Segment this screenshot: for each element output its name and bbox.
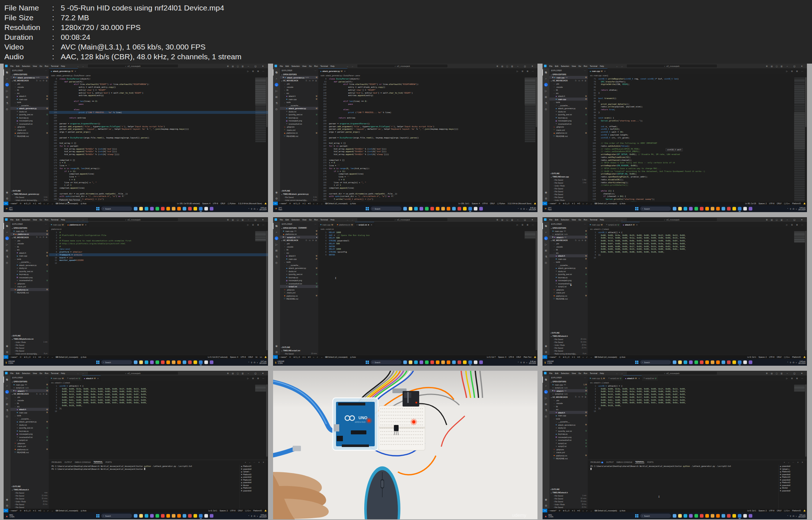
timeline-entry[interactable]: ◦ File Saved <box>549 187 588 190</box>
extensions-icon[interactable]: ⊞ <box>273 248 280 254</box>
status-item[interactable]: ✓ <box>47 356 49 358</box>
status-item[interactable]: ♥ 0 <box>38 510 41 512</box>
tree-item-ducky-txt[interactable]: ≡ducky.txt <box>280 110 318 113</box>
editor-action-icons[interactable]: ▷ ⊟ ⊞ ⋯ <box>516 222 537 227</box>
run-debug-icon[interactable]: ▷ <box>4 395 10 401</box>
menu-item-edit[interactable]: Edit <box>285 219 289 221</box>
tray-chevron-icon[interactable]: ⌃ <box>518 361 519 364</box>
status-item[interactable]: ⌨ Default (uC_mousejack) <box>56 510 78 512</box>
mic-icon[interactable]: ⚲ <box>251 208 252 210</box>
tree-item--gitignore[interactable]: ◇.gitignore <box>280 125 318 129</box>
editor-action-icons[interactable]: ▷ ⊟ ⊞ ⋯ <box>786 375 807 381</box>
tree-item-readme-md[interactable]: ⓘREADME.md <box>549 134 588 138</box>
status-item[interactable]: → <box>590 202 592 205</box>
breadcrumb[interactable]: src › main.cpp › scan() <box>588 74 807 77</box>
notifications-bell-icon[interactable]: 🔔 <box>534 356 536 358</box>
test-icon[interactable]: ⚗ <box>543 100 549 106</box>
tree-item--pio[interactable]: ›.pio <box>280 242 318 245</box>
firefox-icon[interactable] <box>705 361 709 364</box>
settings-gear-icon[interactable]: ⚙ <box>543 195 549 202</box>
tree-item--travis-yml[interactable]: !.travis.yml <box>10 128 49 132</box>
menu-item-run[interactable]: Run <box>584 65 587 67</box>
layout-toggle-icons[interactable]: ⊞ ▤ ▢ ▥ <box>497 218 514 221</box>
run-debug-icon[interactable]: ▷ <box>273 88 280 94</box>
status-item[interactable]: ⑂ master* <box>10 356 18 358</box>
tree-item-reverseshell-txt[interactable]: ≡reverseshell.txtU <box>280 122 318 125</box>
tree-item-reverseshell-txt[interactable]: ≡reverseshell.txtU <box>549 122 588 125</box>
settings-gear-icon[interactable]: ⚙ <box>543 503 549 509</box>
nav-arrows-icon[interactable]: ← → <box>347 219 354 221</box>
timeline-entry[interactable]: ◦ File Saved <box>10 506 49 509</box>
status-item[interactable]: ⌨ Default (uC_mousejack) <box>56 356 78 358</box>
close-tab-icon[interactable]: ✕ <box>85 224 86 226</box>
timeline-entry[interactable]: ◦ Initial commit devteach@g…8 yrs <box>280 199 318 202</box>
terminal-session[interactable]: ▣powershell <box>779 465 807 468</box>
vscode-icon[interactable] <box>199 361 203 364</box>
network-icon[interactable]: ☊ <box>254 515 255 517</box>
mic-icon[interactable]: ⚲ <box>251 515 252 517</box>
mic-icon[interactable]: ⚲ <box>251 361 252 364</box>
menu-item-go[interactable]: Go <box>39 65 42 67</box>
settings-gear-icon[interactable]: ⚙ <box>4 195 10 202</box>
tree-item-attack-generator-py[interactable]: ◆attack_generator.pyM <box>280 267 318 270</box>
tree-item-tools[interactable]: ⌄tools <box>10 414 49 417</box>
tree-item--pycache-[interactable]: ›__pycache__ <box>280 263 318 267</box>
status-item[interactable]: PlatformIO <box>792 510 801 512</box>
tree-item-mousejack-png[interactable]: ▦mousejack.png <box>549 279 588 282</box>
terminal-session[interactable]: ▣powershell <box>240 468 268 470</box>
extensions-icon[interactable]: ⊞ <box>4 248 10 254</box>
tree-item--vscode[interactable]: ›.vscode <box>280 245 318 248</box>
firefox-icon[interactable] <box>166 514 170 518</box>
tab-platformio-ini[interactable]: ◆platformio.iniM✕ <box>65 222 88 227</box>
firefox-icon[interactable] <box>436 207 439 211</box>
menu-item-run[interactable]: Run <box>314 219 318 221</box>
volume-icon[interactable]: ◗ <box>257 361 258 364</box>
editor-scrollbar[interactable] <box>266 231 268 355</box>
widgets-icon[interactable] <box>673 514 676 518</box>
taskbar-clock[interactable]: 8:49 am18/1/2024 <box>259 514 267 518</box>
window-controls[interactable]: – ▢ ✕ <box>248 65 266 67</box>
status-item[interactable]: ♥ 0 <box>38 356 41 358</box>
tree-item-lib[interactable]: ›lib <box>10 245 49 248</box>
window-controls[interactable]: – ▢ ✕ <box>248 372 266 374</box>
tab-platformio-ini[interactable]: ◆platformio.iniM <box>335 222 355 227</box>
nav-arrows-icon[interactable]: ← → <box>77 219 85 221</box>
security-icon[interactable] <box>458 207 461 211</box>
run-debug-icon[interactable]: ▷ <box>4 88 10 94</box>
obs-icon[interactable] <box>474 361 477 364</box>
tree-item-src[interactable]: ⌄src <box>549 408 588 411</box>
tree-item--pio[interactable]: ›.pio <box>549 399 588 402</box>
test-icon[interactable]: ⚗ <box>273 100 280 106</box>
tree-item-mousejack-png[interactable]: ▦mousejack.png <box>280 279 318 282</box>
status-item[interactable]: CRLF <box>238 510 243 512</box>
panel-tab-ports[interactable]: PORTS <box>106 461 112 463</box>
whatsapp-icon[interactable] <box>156 361 159 364</box>
status-item[interactable]: Spaces: 2 <box>758 202 766 205</box>
widgets-icon[interactable] <box>673 361 676 364</box>
project-header-icons[interactable]: 🗋 🗀 ⟳ ⧉ <box>575 396 587 398</box>
run-debug-icon[interactable]: ▷ <box>543 88 549 94</box>
status-item[interactable]: → <box>51 510 53 512</box>
test-icon[interactable]: ⚗ <box>4 100 10 106</box>
open-editors-header[interactable]: ⌄ OPEN EDITORS1 unsaved <box>280 226 318 229</box>
status-item[interactable]: → <box>51 202 53 205</box>
discord-icon[interactable] <box>689 207 693 211</box>
video-thumbnail-1[interactable]: FileEditSelectionViewGoRunTerminalHelp← … <box>4 64 268 212</box>
timeline-entry[interactable]: ◦ File Saved <box>549 196 588 199</box>
status-item[interactable]: ✕ 1 <box>572 356 575 358</box>
status-item[interactable]: ✓ <box>47 510 49 512</box>
tree-item-main-cpp[interactable]: ◆main.cppM <box>10 254 49 258</box>
platformio-icon[interactable]: ⏾ <box>4 82 10 88</box>
tree-item--vscode[interactable]: ›.vscode <box>10 242 49 245</box>
open-editor-item[interactable]: ◆main.cppsrcM <box>549 229 588 233</box>
notifications-bell-icon[interactable]: 🔔 <box>264 356 267 358</box>
breadcrumb[interactable]: src › attack.h › [ ] attack <box>49 381 268 384</box>
network-icon[interactable]: ☊ <box>523 361 525 364</box>
timeline-entry[interactable]: ◦ Undo / Redo20 hrs <box>549 344 588 347</box>
tree-item-lib[interactable]: ›lib <box>549 89 588 92</box>
chrome-icon[interactable] <box>700 207 703 211</box>
menu-item-go[interactable]: Go <box>39 372 42 374</box>
security-icon[interactable] <box>458 361 461 364</box>
tree-item--pio[interactable]: ›.pio <box>280 82 318 86</box>
status-item[interactable]: UTF-8 <box>213 202 218 205</box>
